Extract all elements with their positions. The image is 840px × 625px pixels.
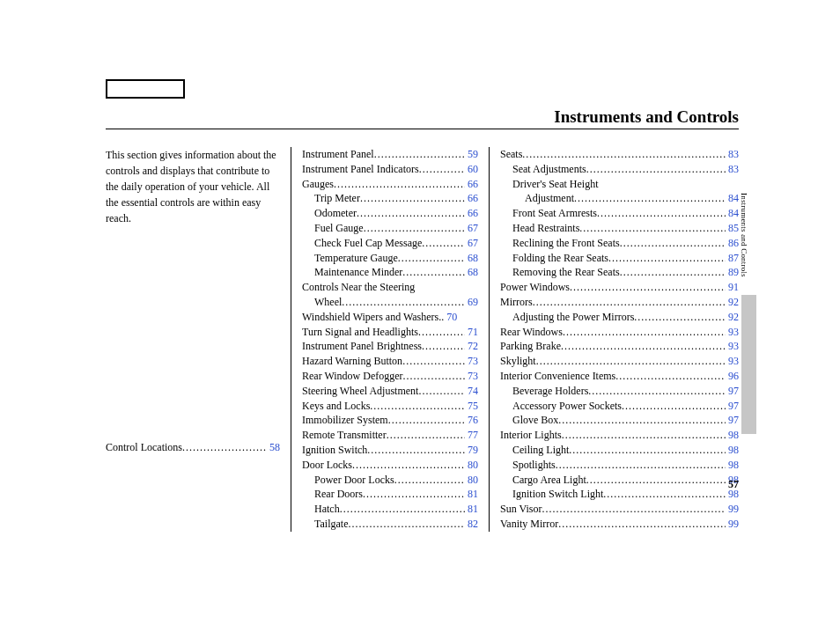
toc-entry[interactable]: Instrument Panel59 — [302, 147, 478, 162]
toc-leader — [620, 265, 726, 276]
toc-label: Gauges — [302, 177, 334, 192]
toc-entry[interactable]: Instrument Panel Brightness72 — [302, 339, 478, 354]
toc-leader — [620, 236, 726, 246]
toc-leader — [422, 339, 465, 349]
toc-entry[interactable]: Check Fuel Cap Message67 — [302, 236, 478, 251]
toc-entry[interactable]: Rear Doors81 — [302, 487, 478, 502]
toc-entry[interactable]: Windshield Wipers and Washers .. 70 — [302, 310, 478, 325]
toc-entry[interactable]: Hazard Warning Button73 — [302, 354, 478, 369]
toc-entry[interactable]: Removing the Rear Seats89 — [500, 265, 739, 280]
toc-entry[interactable]: Interior Lights98 — [500, 428, 739, 443]
toc-leader — [574, 191, 726, 202]
toc-leader — [588, 384, 726, 394]
column-3: Seats83Seat Adjustments83Driver's Seat H… — [489, 147, 739, 532]
toc-page-number: 99 — [726, 517, 739, 532]
toc-entry[interactable]: Hatch81 — [302, 502, 478, 517]
toc-entry[interactable]: Reclining the Front Seats86 — [500, 236, 739, 251]
toc-entry[interactable]: Skylight93 — [500, 354, 739, 369]
toc-page-number: 81 — [465, 502, 478, 517]
toc-page-number: 93 — [726, 339, 739, 354]
toc-entry[interactable]: Cargo Area Light98 — [500, 473, 739, 488]
toc-entry[interactable]: Remote Transmitter77 — [302, 428, 478, 443]
column-2: Instrument Panel59Instrument Panel Indic… — [291, 147, 489, 532]
toc-leader — [334, 177, 465, 188]
toc-leader — [403, 369, 465, 379]
toc-label: Tailgate — [314, 517, 348, 532]
toc-page-number: 97 — [726, 384, 739, 399]
toc-entry[interactable]: Odometer66 — [302, 206, 478, 221]
toc-label: Wheel — [314, 295, 342, 310]
toc-entry[interactable]: Accessory Power Sockets97 — [500, 399, 739, 414]
toc-page-number: 58 — [267, 440, 280, 455]
toc-entry[interactable]: Immobilizer System76 — [302, 413, 478, 428]
toc-entry[interactable]: Sun Visor99 — [500, 502, 739, 517]
toc-page-number: 70 — [444, 310, 457, 325]
toc-entry[interactable]: Gauges66 — [302, 177, 478, 192]
toc-entry[interactable]: Control Locations 58 — [106, 440, 280, 455]
toc-entry[interactable]: Interior Convenience Items96 — [500, 369, 739, 384]
toc-entry[interactable]: Rear Windows93 — [500, 325, 739, 340]
toc-label: Rear Window Defogger — [302, 369, 403, 384]
toc-entry[interactable]: Temperature Gauge68 — [302, 251, 478, 266]
toc-entry[interactable]: Power Door Locks80 — [302, 473, 478, 488]
toc-label: Head Restraints — [512, 221, 579, 236]
toc-leader — [357, 206, 465, 217]
toc-label: Windshield Wipers and Washers — [302, 310, 438, 325]
toc-entry[interactable]: Parking Brake93 — [500, 339, 739, 354]
toc-entry[interactable]: Ceiling Light98 — [500, 443, 739, 458]
toc-entry[interactable]: Front Seat Armrests84 — [500, 206, 739, 221]
toc-entry[interactable]: Instrument Panel Indicators60 — [302, 162, 478, 177]
toc-entry[interactable]: Trip Meter66 — [302, 191, 478, 206]
toc-entry-continuation[interactable]: Wheel69 — [302, 295, 478, 310]
toc-entry[interactable]: Controls Near the Steering — [302, 280, 478, 295]
toc-leader — [398, 251, 465, 261]
toc-leader — [603, 487, 726, 497]
toc-entry[interactable]: Power Windows91 — [500, 280, 739, 295]
toc-label: Instrument Panel Brightness — [302, 339, 422, 354]
toc-label: Seat Adjustments — [512, 162, 586, 177]
toc-label: Glove Box — [512, 413, 558, 428]
toc-page-number: 85 — [726, 221, 739, 236]
toc-entry[interactable]: Ignition Switch Light98 — [500, 487, 739, 502]
toc-entry[interactable]: Driver's Seat Height — [500, 177, 739, 192]
toc-entry[interactable]: Rear Window Defogger73 — [302, 369, 478, 384]
toc-page-number: 91 — [726, 280, 739, 295]
toc-entry[interactable]: Folding the Rear Seats87 — [500, 251, 739, 266]
toc-label: Removing the Rear Seats — [512, 265, 620, 280]
toc-entry[interactable]: Maintenance Minder68 — [302, 265, 478, 280]
toc-entry[interactable]: Adjusting the Power Mirrors92 — [500, 310, 739, 325]
toc-entry[interactable]: Door Locks80 — [302, 458, 478, 473]
toc-entry[interactable]: Ignition Switch79 — [302, 443, 478, 458]
toc-entry[interactable]: Seats83 — [500, 147, 739, 162]
toc-label: Rear Windows — [500, 325, 563, 340]
toc-entry[interactable]: Tailgate82 — [302, 517, 478, 532]
toc-entry[interactable]: Head Restraints85 — [500, 221, 739, 236]
toc-leader — [522, 147, 726, 158]
toc-entry[interactable]: Vanity Mirror99 — [500, 517, 739, 532]
toc-entry[interactable]: Steering Wheel Adjustment74 — [302, 384, 478, 399]
content-columns: This section gives information about the… — [106, 147, 739, 532]
toc-page-number: 77 — [465, 428, 478, 443]
toc-page-number: 83 — [726, 162, 739, 177]
toc-leader — [342, 295, 465, 305]
toc-page-number: 98 — [726, 458, 739, 473]
toc-label: Turn Signal and Headlights — [302, 325, 418, 340]
toc-entry[interactable]: Glove Box97 — [500, 413, 739, 428]
toc-leader — [419, 162, 465, 173]
toc-entry-continuation[interactable]: Adjustment84 — [500, 191, 739, 206]
toc-entry[interactable]: Mirrors92 — [500, 295, 739, 310]
toc-label: Instrument Panel — [302, 147, 374, 162]
toc-entry[interactable]: Turn Signal and Headlights71 — [302, 325, 478, 340]
toc-label: Immobilizer System — [302, 413, 388, 428]
toc-label: Spotlights — [512, 458, 556, 473]
toc-entry[interactable]: Keys and Locks75 — [302, 399, 478, 414]
toc-entry[interactable]: Beverage Holders97 — [500, 384, 739, 399]
toc-label: Trip Meter — [314, 191, 360, 206]
toc-entry[interactable]: Fuel Gauge67 — [302, 221, 478, 236]
toc-leader — [388, 413, 465, 423]
toc-entry[interactable]: Spotlights98 — [500, 458, 739, 473]
toc-leader — [402, 354, 465, 364]
toc-label: Adjustment — [525, 191, 574, 206]
toc-entry[interactable]: Seat Adjustments83 — [500, 162, 739, 177]
toc-page-number: 66 — [465, 191, 478, 206]
